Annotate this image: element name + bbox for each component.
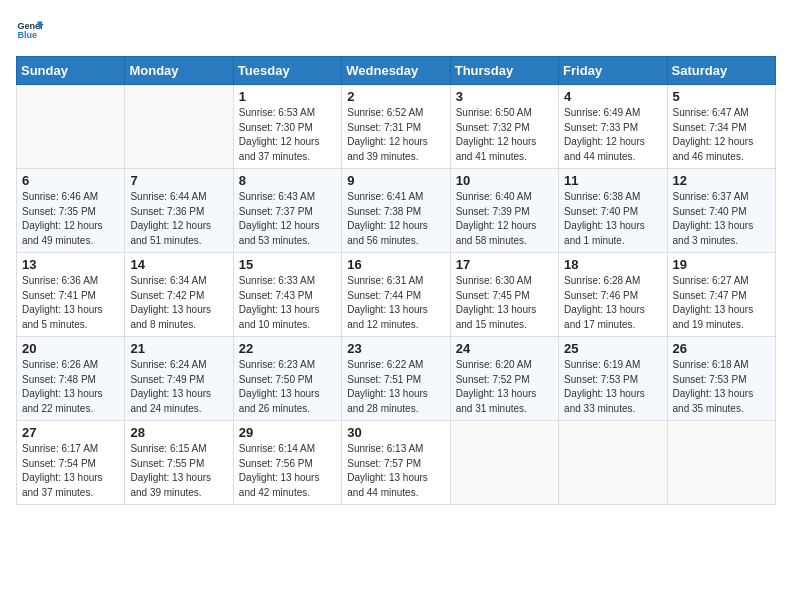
day-number: 23 xyxy=(347,341,444,356)
calendar-cell: 6Sunrise: 6:46 AM Sunset: 7:35 PM Daylig… xyxy=(17,169,125,253)
day-info: Sunrise: 6:13 AM Sunset: 7:57 PM Dayligh… xyxy=(347,442,444,500)
day-number: 22 xyxy=(239,341,336,356)
svg-text:Blue: Blue xyxy=(17,30,37,40)
day-number: 17 xyxy=(456,257,553,272)
calendar-cell: 19Sunrise: 6:27 AM Sunset: 7:47 PM Dayli… xyxy=(667,253,775,337)
day-info: Sunrise: 6:37 AM Sunset: 7:40 PM Dayligh… xyxy=(673,190,770,248)
calendar-cell: 24Sunrise: 6:20 AM Sunset: 7:52 PM Dayli… xyxy=(450,337,558,421)
day-number: 30 xyxy=(347,425,444,440)
calendar-cell: 15Sunrise: 6:33 AM Sunset: 7:43 PM Dayli… xyxy=(233,253,341,337)
day-info: Sunrise: 6:15 AM Sunset: 7:55 PM Dayligh… xyxy=(130,442,227,500)
day-number: 20 xyxy=(22,341,119,356)
day-info: Sunrise: 6:34 AM Sunset: 7:42 PM Dayligh… xyxy=(130,274,227,332)
calendar-cell: 3Sunrise: 6:50 AM Sunset: 7:32 PM Daylig… xyxy=(450,85,558,169)
calendar-cell: 26Sunrise: 6:18 AM Sunset: 7:53 PM Dayli… xyxy=(667,337,775,421)
day-info: Sunrise: 6:44 AM Sunset: 7:36 PM Dayligh… xyxy=(130,190,227,248)
calendar-cell: 14Sunrise: 6:34 AM Sunset: 7:42 PM Dayli… xyxy=(125,253,233,337)
day-number: 12 xyxy=(673,173,770,188)
day-info: Sunrise: 6:38 AM Sunset: 7:40 PM Dayligh… xyxy=(564,190,661,248)
day-number: 19 xyxy=(673,257,770,272)
day-info: Sunrise: 6:36 AM Sunset: 7:41 PM Dayligh… xyxy=(22,274,119,332)
day-info: Sunrise: 6:50 AM Sunset: 7:32 PM Dayligh… xyxy=(456,106,553,164)
day-info: Sunrise: 6:26 AM Sunset: 7:48 PM Dayligh… xyxy=(22,358,119,416)
day-info: Sunrise: 6:24 AM Sunset: 7:49 PM Dayligh… xyxy=(130,358,227,416)
calendar-header-row: SundayMondayTuesdayWednesdayThursdayFrid… xyxy=(17,57,776,85)
day-number: 13 xyxy=(22,257,119,272)
day-number: 24 xyxy=(456,341,553,356)
calendar-cell: 21Sunrise: 6:24 AM Sunset: 7:49 PM Dayli… xyxy=(125,337,233,421)
day-number: 3 xyxy=(456,89,553,104)
day-of-week-header: Sunday xyxy=(17,57,125,85)
day-info: Sunrise: 6:47 AM Sunset: 7:34 PM Dayligh… xyxy=(673,106,770,164)
day-info: Sunrise: 6:41 AM Sunset: 7:38 PM Dayligh… xyxy=(347,190,444,248)
calendar-cell xyxy=(125,85,233,169)
calendar-cell: 11Sunrise: 6:38 AM Sunset: 7:40 PM Dayli… xyxy=(559,169,667,253)
day-info: Sunrise: 6:22 AM Sunset: 7:51 PM Dayligh… xyxy=(347,358,444,416)
day-info: Sunrise: 6:40 AM Sunset: 7:39 PM Dayligh… xyxy=(456,190,553,248)
day-number: 7 xyxy=(130,173,227,188)
calendar-cell: 16Sunrise: 6:31 AM Sunset: 7:44 PM Dayli… xyxy=(342,253,450,337)
calendar-cell: 13Sunrise: 6:36 AM Sunset: 7:41 PM Dayli… xyxy=(17,253,125,337)
day-info: Sunrise: 6:20 AM Sunset: 7:52 PM Dayligh… xyxy=(456,358,553,416)
day-number: 14 xyxy=(130,257,227,272)
day-info: Sunrise: 6:19 AM Sunset: 7:53 PM Dayligh… xyxy=(564,358,661,416)
calendar-cell: 2Sunrise: 6:52 AM Sunset: 7:31 PM Daylig… xyxy=(342,85,450,169)
day-number: 9 xyxy=(347,173,444,188)
page-header: General Blue xyxy=(16,16,776,44)
day-info: Sunrise: 6:53 AM Sunset: 7:30 PM Dayligh… xyxy=(239,106,336,164)
day-of-week-header: Friday xyxy=(559,57,667,85)
day-of-week-header: Thursday xyxy=(450,57,558,85)
calendar-cell: 12Sunrise: 6:37 AM Sunset: 7:40 PM Dayli… xyxy=(667,169,775,253)
day-number: 15 xyxy=(239,257,336,272)
day-of-week-header: Wednesday xyxy=(342,57,450,85)
day-number: 18 xyxy=(564,257,661,272)
day-info: Sunrise: 6:33 AM Sunset: 7:43 PM Dayligh… xyxy=(239,274,336,332)
day-info: Sunrise: 6:43 AM Sunset: 7:37 PM Dayligh… xyxy=(239,190,336,248)
calendar-cell: 29Sunrise: 6:14 AM Sunset: 7:56 PM Dayli… xyxy=(233,421,341,505)
day-info: Sunrise: 6:52 AM Sunset: 7:31 PM Dayligh… xyxy=(347,106,444,164)
calendar-cell: 27Sunrise: 6:17 AM Sunset: 7:54 PM Dayli… xyxy=(17,421,125,505)
day-number: 27 xyxy=(22,425,119,440)
day-info: Sunrise: 6:49 AM Sunset: 7:33 PM Dayligh… xyxy=(564,106,661,164)
calendar-week-row: 1Sunrise: 6:53 AM Sunset: 7:30 PM Daylig… xyxy=(17,85,776,169)
calendar-cell: 8Sunrise: 6:43 AM Sunset: 7:37 PM Daylig… xyxy=(233,169,341,253)
logo-icon: General Blue xyxy=(16,16,44,44)
day-number: 6 xyxy=(22,173,119,188)
calendar-cell xyxy=(667,421,775,505)
day-number: 1 xyxy=(239,89,336,104)
day-number: 16 xyxy=(347,257,444,272)
calendar-cell: 20Sunrise: 6:26 AM Sunset: 7:48 PM Dayli… xyxy=(17,337,125,421)
day-info: Sunrise: 6:31 AM Sunset: 7:44 PM Dayligh… xyxy=(347,274,444,332)
calendar-cell: 25Sunrise: 6:19 AM Sunset: 7:53 PM Dayli… xyxy=(559,337,667,421)
day-number: 28 xyxy=(130,425,227,440)
calendar-week-row: 6Sunrise: 6:46 AM Sunset: 7:35 PM Daylig… xyxy=(17,169,776,253)
day-info: Sunrise: 6:27 AM Sunset: 7:47 PM Dayligh… xyxy=(673,274,770,332)
day-number: 26 xyxy=(673,341,770,356)
day-number: 21 xyxy=(130,341,227,356)
calendar-cell: 22Sunrise: 6:23 AM Sunset: 7:50 PM Dayli… xyxy=(233,337,341,421)
calendar-cell: 18Sunrise: 6:28 AM Sunset: 7:46 PM Dayli… xyxy=(559,253,667,337)
logo: General Blue xyxy=(16,16,48,44)
day-number: 2 xyxy=(347,89,444,104)
calendar-week-row: 27Sunrise: 6:17 AM Sunset: 7:54 PM Dayli… xyxy=(17,421,776,505)
calendar-cell: 9Sunrise: 6:41 AM Sunset: 7:38 PM Daylig… xyxy=(342,169,450,253)
day-info: Sunrise: 6:23 AM Sunset: 7:50 PM Dayligh… xyxy=(239,358,336,416)
calendar-cell: 23Sunrise: 6:22 AM Sunset: 7:51 PM Dayli… xyxy=(342,337,450,421)
day-info: Sunrise: 6:28 AM Sunset: 7:46 PM Dayligh… xyxy=(564,274,661,332)
calendar-week-row: 13Sunrise: 6:36 AM Sunset: 7:41 PM Dayli… xyxy=(17,253,776,337)
calendar-week-row: 20Sunrise: 6:26 AM Sunset: 7:48 PM Dayli… xyxy=(17,337,776,421)
calendar-cell: 30Sunrise: 6:13 AM Sunset: 7:57 PM Dayli… xyxy=(342,421,450,505)
day-of-week-header: Saturday xyxy=(667,57,775,85)
day-of-week-header: Monday xyxy=(125,57,233,85)
day-info: Sunrise: 6:30 AM Sunset: 7:45 PM Dayligh… xyxy=(456,274,553,332)
day-number: 4 xyxy=(564,89,661,104)
day-number: 5 xyxy=(673,89,770,104)
day-info: Sunrise: 6:17 AM Sunset: 7:54 PM Dayligh… xyxy=(22,442,119,500)
day-number: 10 xyxy=(456,173,553,188)
day-info: Sunrise: 6:14 AM Sunset: 7:56 PM Dayligh… xyxy=(239,442,336,500)
day-number: 8 xyxy=(239,173,336,188)
calendar-cell: 7Sunrise: 6:44 AM Sunset: 7:36 PM Daylig… xyxy=(125,169,233,253)
calendar-cell: 10Sunrise: 6:40 AM Sunset: 7:39 PM Dayli… xyxy=(450,169,558,253)
calendar-cell xyxy=(450,421,558,505)
day-of-week-header: Tuesday xyxy=(233,57,341,85)
